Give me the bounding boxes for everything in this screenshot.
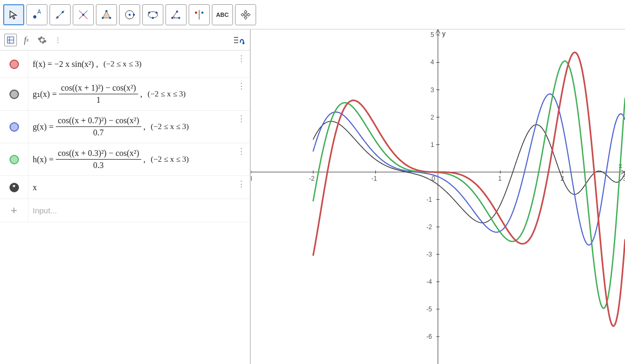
svg-text:2: 2 (431, 114, 434, 121)
expr-den: 0.7 (91, 127, 106, 137)
row-menu-icon[interactable]: ⋮ (237, 81, 245, 91)
svg-text:-1: -1 (372, 175, 377, 182)
visibility-toggle-g[interactable] (0, 111, 28, 143)
svg-point-20 (176, 11, 178, 13)
tool-perpendicular[interactable] (73, 4, 94, 25)
row-menu-icon[interactable]: ⋮ (237, 146, 245, 156)
svg-text:3: 3 (431, 86, 434, 94)
algebra-list: f(x) = −2 x sin(x²) , (−2 ≤ x ≤ 3) ⋮ g₁(… (0, 51, 250, 364)
expr-cond: (−2 ≤ x ≤ 3) (151, 155, 189, 164)
svg-text:-2: -2 (309, 175, 315, 182)
algebra-row-f[interactable]: f(x) = −2 x sin(x²) , (−2 ≤ x ≤ 3) ⋮ (0, 51, 250, 78)
svg-text:-3: -3 (251, 175, 252, 182)
tool-conic[interactable] (142, 4, 163, 25)
sort-icon[interactable] (233, 34, 246, 46)
visibility-toggle-h[interactable] (0, 143, 28, 175)
svg-text:5: 5 (431, 31, 434, 38)
svg-text:y: y (442, 29, 446, 37)
svg-point-15 (148, 12, 150, 14)
expr-den: 1 (94, 94, 103, 105)
algebra-header: fx ⋮ (0, 29, 250, 51)
svg-text:A: A (37, 9, 41, 15)
tool-line[interactable] (50, 4, 71, 25)
input-placeholder[interactable]: Input... (33, 206, 57, 215)
tool-polygon[interactable] (96, 4, 117, 25)
expr-cond: (−2 ≤ x ≤ 3) (151, 122, 189, 131)
algebra-row-text[interactable]: ❞ x ⋮ (0, 176, 250, 199)
svg-text:-4: -4 (426, 278, 432, 286)
row-menu-icon[interactable]: ⋮ (237, 54, 245, 64)
svg-point-16 (155, 12, 158, 14)
fx-icon[interactable]: fx (20, 34, 33, 46)
algebra-row-g1[interactable]: g₁(x) = cos((x + 1)²) − cos(x²)1 , (−2 ≤… (0, 78, 250, 111)
svg-point-18 (171, 17, 173, 19)
plus-icon: + (11, 204, 17, 218)
algebra-input-row[interactable]: + Input... (0, 199, 250, 222)
expr-num: cos((x + 0.7)²) − cos(x²) (56, 116, 141, 127)
svg-point-23 (201, 12, 203, 14)
algebra-view: fx ⋮ f(x) = −2 x sin(x²) , (−2 ≤ x ≤ 3) … (0, 29, 251, 364)
svg-point-3 (56, 16, 58, 18)
svg-point-12 (129, 14, 131, 16)
header-kebab-icon[interactable]: ⋮ (52, 34, 64, 46)
svg-point-4 (62, 11, 64, 13)
expr-den: 0.3 (91, 160, 106, 170)
svg-text:4: 4 (431, 58, 434, 66)
svg-text:-2: -2 (426, 223, 432, 231)
expr-text: x (33, 183, 37, 192)
expr-cond: (−2 ≤ x ≤ 3) (103, 60, 141, 68)
svg-point-30 (242, 42, 245, 44)
expr-lhs: g(x) = (33, 122, 54, 132)
gear-icon[interactable] (36, 34, 48, 46)
svg-point-19 (178, 17, 180, 19)
quote-icon: ❞ (9, 183, 19, 192)
plot-canvas[interactable]: xy-3-2-1123-6-5-4-3-2-1123450 (251, 29, 625, 364)
svg-text:-3: -3 (426, 251, 432, 258)
svg-text:-1: -1 (426, 196, 432, 203)
svg-point-17 (152, 17, 154, 19)
visibility-toggle-f[interactable] (0, 51, 28, 77)
tool-move-view[interactable] (235, 4, 256, 25)
visibility-toggle-text[interactable]: ❞ (0, 176, 28, 199)
svg-text:-6: -6 (426, 333, 432, 340)
tool-move[interactable] (3, 4, 24, 25)
expr-body: −2 x sin(x²) (54, 60, 94, 68)
add-object-button[interactable]: + (0, 199, 28, 222)
visibility-toggle-g1[interactable] (0, 78, 28, 110)
tool-text[interactable]: ABC (212, 4, 233, 25)
toolbar: A ABC (0, 0, 625, 29)
svg-point-22 (195, 12, 197, 14)
svg-point-13 (133, 14, 135, 16)
expr-lhs: f(x) = (33, 60, 54, 68)
tool-angle[interactable] (165, 4, 187, 25)
row-menu-icon[interactable]: ⋮ (237, 179, 245, 189)
svg-point-0 (33, 15, 36, 18)
graphics-view[interactable]: xy-3-2-1123-6-5-4-3-2-1123450 (251, 29, 625, 364)
expr-cond: (−2 ≤ x ≤ 3) (148, 90, 185, 99)
svg-text:1: 1 (431, 141, 434, 149)
tool-circle[interactable] (119, 4, 140, 25)
svg-text:1: 1 (498, 175, 502, 182)
svg-text:-5: -5 (426, 306, 432, 313)
expr-lhs: g₁(x) = (33, 89, 57, 99)
tool-point[interactable]: A (26, 4, 47, 25)
expr-num: cos((x + 0.3)²) − cos(x²) (56, 149, 141, 160)
svg-point-10 (105, 10, 108, 12)
expr-lhs: h(x) = (33, 155, 54, 164)
algebra-row-g[interactable]: g(x) = cos((x + 0.7)²) − cos(x²)0.7 , (−… (0, 111, 250, 143)
svg-point-9 (109, 17, 111, 19)
tool-reflect[interactable] (189, 4, 210, 25)
svg-point-7 (82, 14, 84, 16)
tree-view-icon[interactable] (4, 34, 17, 46)
svg-point-8 (102, 17, 104, 19)
algebra-row-h[interactable]: h(x) = cos((x + 0.3)²) − cos(x²)0.3 , (−… (0, 143, 250, 176)
expr-num: cos((x + 1)²) − cos(x²) (59, 83, 138, 94)
row-menu-icon[interactable]: ⋮ (237, 114, 245, 124)
